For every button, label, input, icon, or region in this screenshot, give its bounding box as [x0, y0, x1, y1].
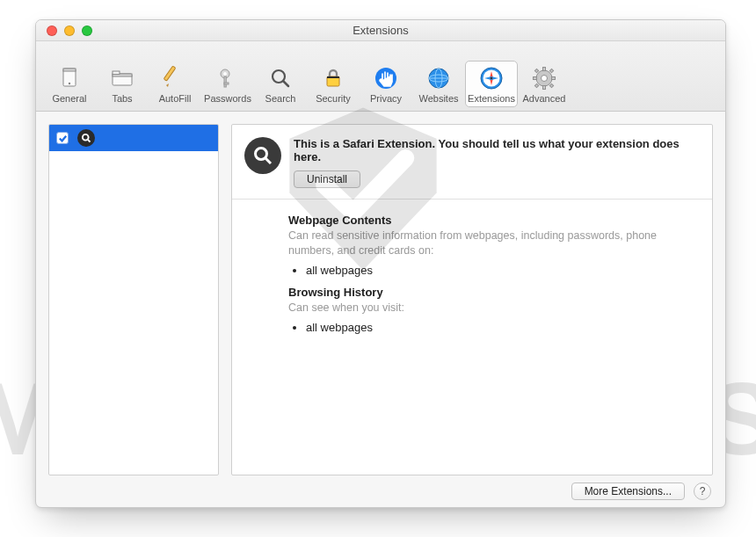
svg-marker-7 — [166, 83, 169, 87]
lock-icon — [320, 65, 346, 91]
toolbar-tab-passwords[interactable]: Passwords — [201, 61, 254, 107]
magnifier-icon — [244, 137, 281, 174]
toolbar-tab-label: Search — [265, 93, 296, 104]
toolbar-tab-security[interactable]: Security — [307, 61, 360, 107]
toolbar-tab-autofill[interactable]: AutoFill — [149, 61, 201, 107]
section-heading: Browsing History — [288, 286, 696, 299]
svg-rect-30 — [534, 77, 537, 80]
svg-rect-28 — [543, 68, 546, 71]
section-subtext: Can see when you visit: — [288, 301, 696, 316]
extensions-list — [48, 124, 219, 475]
svg-line-37 — [88, 140, 91, 142]
toolbar-tab-label: General — [52, 93, 86, 104]
toolbar-tab-websites[interactable]: Websites — [412, 61, 465, 107]
window-title: Extensions — [36, 24, 725, 37]
help-button[interactable]: ? — [694, 483, 711, 500]
svg-point-38 — [256, 149, 267, 160]
toolbar-tab-label: Extensions — [468, 93, 515, 104]
compass-icon — [478, 65, 505, 91]
uninstall-button[interactable]: Uninstall — [294, 171, 360, 188]
permission-bullet: all webpages — [306, 321, 696, 334]
svg-rect-6 — [164, 66, 176, 81]
svg-line-13 — [283, 81, 288, 86]
section-heading: Webpage Contents — [288, 214, 696, 227]
preferences-window: Extensions General Tabs — [35, 19, 726, 508]
svg-rect-32 — [534, 69, 538, 72]
svg-point-36 — [83, 134, 89, 141]
general-icon — [56, 65, 83, 91]
svg-rect-11 — [224, 83, 229, 84]
svg-point-25 — [491, 77, 493, 80]
extension-header-section: This is a Safari Extension. You should t… — [232, 125, 712, 200]
svg-rect-1 — [63, 69, 76, 71]
preferences-toolbar: General Tabs AutoFill Pass — [36, 41, 725, 112]
extension-permissions-section: Webpage Contents Can read sensitive info… — [232, 200, 712, 352]
toolbar-tab-advanced[interactable]: Advanced — [518, 61, 571, 107]
svg-rect-5 — [113, 71, 120, 75]
toolbar-tab-label: Passwords — [204, 93, 251, 104]
toolbar-tab-label: Advanced — [523, 93, 566, 104]
svg-rect-29 — [543, 86, 546, 90]
svg-rect-10 — [224, 76, 226, 87]
svg-rect-33 — [549, 69, 553, 72]
toolbar-tab-label: Privacy — [370, 93, 402, 104]
svg-point-2 — [69, 83, 70, 84]
toolbar-tab-extensions[interactable]: Extensions — [465, 61, 518, 107]
toolbar-tab-general[interactable]: General — [43, 61, 96, 107]
svg-rect-15 — [327, 76, 339, 78]
toolbar-tab-label: Security — [316, 93, 351, 104]
toolbar-tab-privacy[interactable]: Privacy — [360, 61, 412, 107]
autofill-icon — [162, 65, 188, 91]
extension-list-item[interactable] — [49, 125, 218, 151]
content-area: This is a Safari Extension. You should t… — [36, 112, 725, 475]
svg-rect-31 — [552, 77, 556, 80]
titlebar: Extensions — [36, 20, 725, 41]
tabs-icon — [109, 65, 135, 91]
extension-enabled-checkbox[interactable] — [56, 132, 69, 144]
permission-bullet: all webpages — [306, 264, 696, 277]
hand-icon — [373, 65, 399, 91]
toolbar-tab-label: AutoFill — [159, 93, 192, 104]
gear-icon — [531, 65, 557, 91]
key-icon — [214, 65, 241, 91]
magnifier-icon — [77, 129, 95, 147]
globe-icon — [425, 65, 452, 91]
footer: More Extensions... ? — [36, 475, 725, 507]
section-subtext: Can read sensitive information from webp… — [288, 229, 696, 258]
svg-line-39 — [265, 158, 271, 163]
toolbar-tab-label: Tabs — [112, 93, 132, 104]
search-icon — [267, 65, 294, 91]
more-extensions-button[interactable]: More Extensions... — [571, 483, 685, 500]
toolbar-tab-tabs[interactable]: Tabs — [96, 61, 149, 107]
extension-detail-panel: This is a Safari Extension. You should t… — [231, 124, 713, 475]
svg-rect-34 — [534, 83, 538, 87]
svg-point-9 — [223, 72, 227, 76]
toolbar-tab-search[interactable]: Search — [254, 61, 307, 107]
toolbar-tab-label: Websites — [418, 93, 458, 104]
svg-rect-35 — [549, 83, 553, 87]
svg-point-27 — [542, 76, 548, 82]
extension-description: This is a Safari Extension. You should t… — [294, 137, 698, 163]
